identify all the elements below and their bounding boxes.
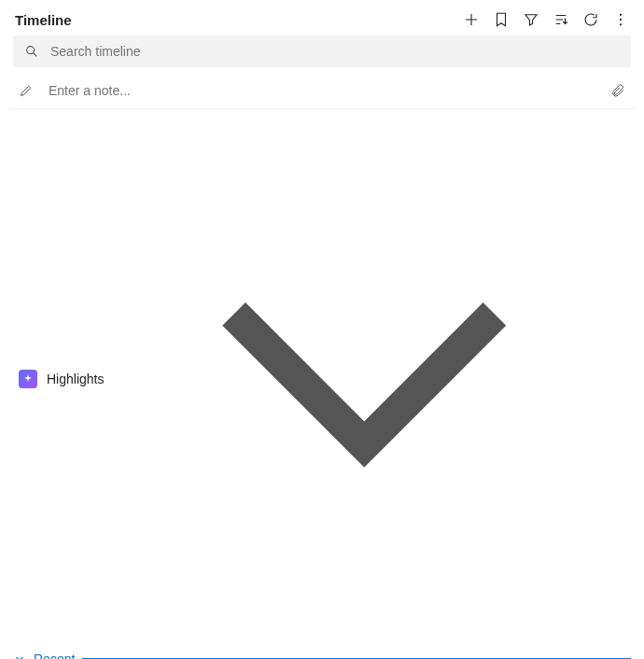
page-title: Timeline (15, 12, 72, 28)
svg-point-1 (620, 19, 622, 21)
note-entry-row (9, 77, 635, 109)
highlights-row[interactable]: Highlights (9, 109, 635, 650)
sort-icon[interactable] (553, 11, 569, 28)
recent-section-header[interactable]: Recent (9, 650, 635, 659)
attachment-icon[interactable] (610, 83, 625, 98)
refresh-icon[interactable] (582, 11, 599, 28)
search-bar[interactable] (13, 35, 631, 67)
pencil-icon (19, 83, 34, 98)
svg-point-2 (620, 23, 622, 25)
header-actions (463, 11, 629, 28)
svg-point-0 (620, 14, 622, 16)
add-icon[interactable] (463, 11, 480, 28)
copilot-icon (19, 370, 37, 388)
timeline-header: Timeline (9, 7, 635, 35)
note-input[interactable] (47, 82, 597, 99)
svg-point-3 (27, 47, 35, 54)
more-icon[interactable] (612, 11, 629, 28)
recent-label: Recent (34, 652, 75, 659)
search-input[interactable] (49, 43, 620, 60)
chevron-down-icon[interactable] (104, 119, 625, 640)
search-icon (24, 44, 39, 59)
highlights-label: Highlights (47, 372, 104, 386)
chevron-down-icon (13, 652, 26, 659)
filter-icon[interactable] (523, 11, 539, 28)
bookmark-icon[interactable] (493, 11, 510, 28)
